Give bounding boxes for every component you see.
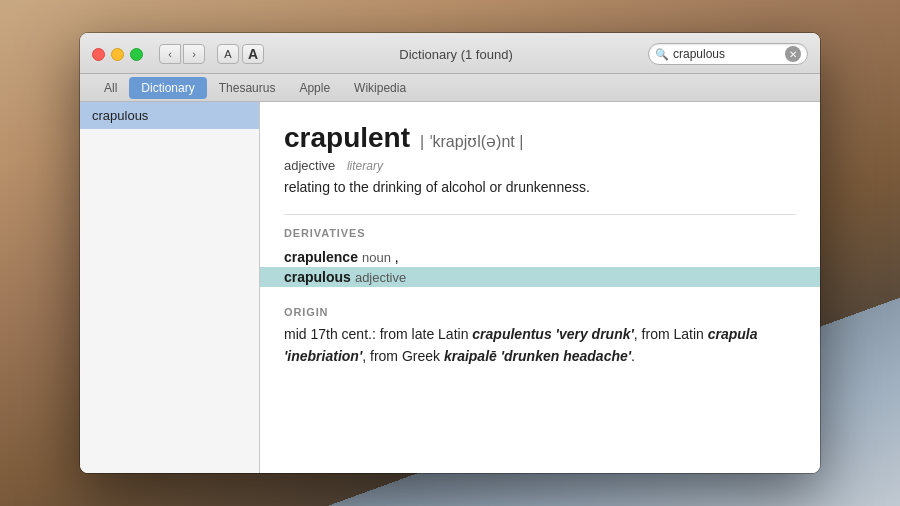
search-icon: 🔍 [655,48,669,61]
entry-register: literary [347,159,383,173]
tab-apple[interactable]: Apple [287,77,342,99]
deriv-pos-2: adjective [355,270,406,285]
titlebar: ‹ › A A Dictionary (1 found) 🔍 ✕ [80,33,820,74]
font-increase-button[interactable]: A [242,44,264,64]
nav-buttons: ‹ › [159,44,205,64]
app-window: ‹ › A A Dictionary (1 found) 🔍 ✕ All Dic… [80,33,820,473]
origin-greek: kraipalē 'drunken headache' [444,348,631,364]
origin-latin-1: crapulentus 'very drunk' [472,326,634,342]
minimize-button[interactable] [111,48,124,61]
dictionary-pane: crapulent | ˈkrapjʊl(ə)nt | adjective li… [260,102,820,473]
entry-header: crapulent | ˈkrapjʊl(ə)nt | [284,122,796,154]
deriv-sep-1: , [395,249,399,265]
derivatives-heading: DERIVATIVES [284,227,796,239]
deriv-word-1: crapulence [284,249,358,265]
tab-thesaurus[interactable]: Thesaurus [207,77,288,99]
deriv-word-2: crapulous [284,269,351,285]
sidebar-item-crapulous[interactable]: crapulous [80,102,259,129]
maximize-button[interactable] [130,48,143,61]
origin-section: ORIGIN mid 17th cent.: from late Latin c… [284,303,796,368]
entry-pos-line: adjective literary [284,158,796,173]
search-clear-button[interactable]: ✕ [785,46,801,62]
tab-all[interactable]: All [92,77,129,99]
sidebar: crapulous [80,102,260,473]
tab-dictionary[interactable]: Dictionary [129,77,206,99]
derivative-crapulous: crapulous adjective [260,267,820,287]
forward-icon: › [192,48,196,60]
font-decrease-button[interactable]: A [217,44,239,64]
origin-text: mid 17th cent.: from late Latin crapulen… [284,323,796,368]
deriv-pos-1: noun [362,250,391,265]
forward-button[interactable]: › [183,44,205,64]
section-divider [284,214,796,215]
tab-wikipedia[interactable]: Wikipedia [342,77,418,99]
entry-pos: adjective [284,158,335,173]
entry-definition: relating to the drinking of alcohol or d… [284,177,796,198]
search-input[interactable] [673,47,781,61]
window-title: Dictionary (1 found) [272,47,640,62]
search-box: 🔍 ✕ [648,43,808,65]
entry-pronunciation: | ˈkrapjʊl(ə)nt | [420,133,523,150]
back-icon: ‹ [168,48,172,60]
origin-heading: ORIGIN [284,306,328,318]
entry-word: crapulent [284,122,410,153]
close-button[interactable] [92,48,105,61]
tabbar: All Dictionary Thesaurus Apple Wikipedia [80,74,820,102]
traffic-lights [92,48,143,61]
font-buttons: A A [217,44,264,64]
back-button[interactable]: ‹ [159,44,181,64]
content-area: crapulous crapulent | ˈkrapjʊl(ə)nt | ad… [80,102,820,473]
derivative-crapulence: crapulence noun , [284,247,796,267]
